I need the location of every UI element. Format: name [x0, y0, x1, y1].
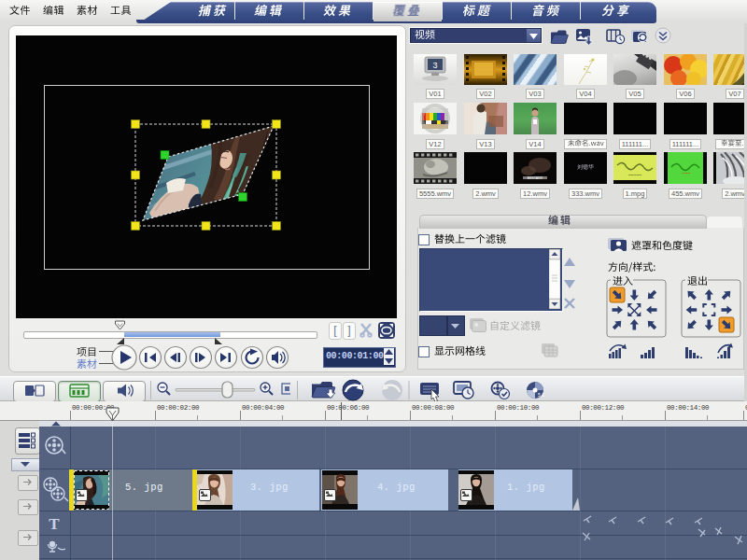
- svg-text:3: 3: [432, 61, 437, 70]
- svg-text:T: T: [49, 515, 60, 533]
- svg-text:~~~: ~~~: [683, 170, 691, 175]
- svg-text:~~~~~: ~~~~~: [628, 172, 642, 177]
- svg-text:5.1: 5.1: [538, 392, 544, 398]
- svg-text:BESTARR: BESTARR: [528, 176, 543, 180]
